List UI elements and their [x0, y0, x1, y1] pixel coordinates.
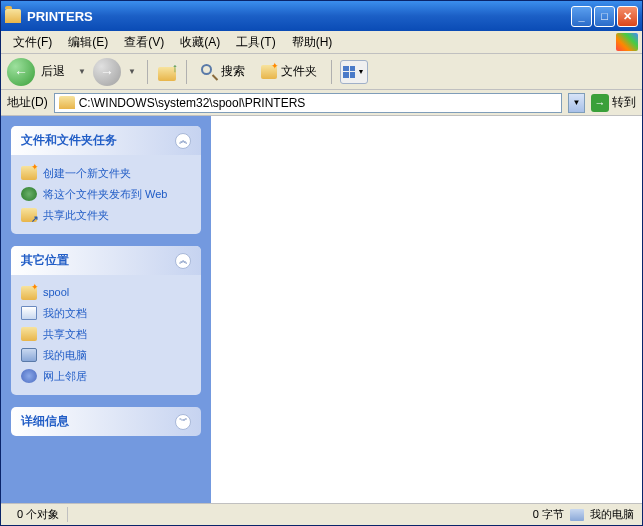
place-label: 我的电脑 [43, 348, 87, 363]
forward-button[interactable]: → [93, 58, 121, 86]
chevron-up-icon[interactable]: ︽ [175, 253, 191, 269]
go-icon: → [591, 94, 609, 112]
window-title: PRINTERS [27, 9, 571, 24]
task-label: 创建一个新文件夹 [43, 166, 131, 181]
menu-help[interactable]: 帮助(H) [284, 32, 341, 53]
forward-dropdown[interactable]: ▼ [125, 67, 139, 76]
task-share-folder[interactable]: 共享此文件夹 [21, 205, 191, 226]
toolbar: ← 后退 ▼ → ▼ ↑ 搜索 文件夹 ▼ [1, 54, 642, 90]
up-button[interactable]: ↑ [156, 61, 178, 83]
folder-icon [59, 96, 75, 109]
panel-body: spool 我的文档 共享文档 我的电脑 [11, 275, 201, 395]
titlebar[interactable]: PRINTERS _ □ ✕ [1, 1, 642, 31]
place-label: 我的文档 [43, 306, 87, 321]
documents-icon [21, 306, 37, 320]
panel-body: 创建一个新文件夹 将这个文件夹发布到 Web 共享此文件夹 [11, 155, 201, 234]
window-controls: _ □ ✕ [571, 6, 638, 27]
task-new-folder[interactable]: 创建一个新文件夹 [21, 163, 191, 184]
sidebar: 文件和文件夹任务 ︽ 创建一个新文件夹 将这个文件夹发布到 Web 共享此文件夹 [1, 116, 211, 503]
panel-other-places: 其它位置 ︽ spool 我的文档 共享文档 [11, 246, 201, 395]
views-icon [343, 66, 355, 78]
menu-view[interactable]: 查看(V) [116, 32, 172, 53]
panel-details: 详细信息 ︾ [11, 407, 201, 436]
share-icon [21, 208, 37, 222]
search-button[interactable]: 搜索 [195, 60, 251, 83]
new-folder-icon [21, 166, 37, 180]
statusbar: 0 个对象 0 字节 我的电脑 [1, 503, 642, 525]
folder-icon [5, 9, 21, 23]
place-my-computer[interactable]: 我的电脑 [21, 345, 191, 366]
address-input[interactable]: C:\WINDOWS\system32\spool\PRINTERS [54, 93, 562, 113]
place-shared-docs[interactable]: 共享文档 [21, 324, 191, 345]
globe-icon [21, 187, 37, 201]
task-label: 共享此文件夹 [43, 208, 109, 223]
panel-file-tasks: 文件和文件夹任务 ︽ 创建一个新文件夹 将这个文件夹发布到 Web 共享此文件夹 [11, 126, 201, 234]
computer-icon [570, 509, 584, 521]
task-publish-web[interactable]: 将这个文件夹发布到 Web [21, 184, 191, 205]
menu-tools[interactable]: 工具(T) [228, 32, 283, 53]
minimize-button[interactable]: _ [571, 6, 592, 27]
divider [186, 60, 187, 84]
go-label: 转到 [612, 94, 636, 111]
maximize-button[interactable]: □ [594, 6, 615, 27]
explorer-window: PRINTERS _ □ ✕ 文件(F) 编辑(E) 查看(V) 收藏(A) 工… [0, 0, 643, 526]
content-area: 文件和文件夹任务 ︽ 创建一个新文件夹 将这个文件夹发布到 Web 共享此文件夹 [1, 116, 642, 503]
back-label: 后退 [41, 63, 65, 80]
search-icon [201, 64, 217, 80]
status-objects: 0 个对象 [9, 507, 68, 522]
addressbar: 地址(D) C:\WINDOWS\system32\spool\PRINTERS… [1, 90, 642, 116]
search-label: 搜索 [221, 63, 245, 80]
menu-favorites[interactable]: 收藏(A) [172, 32, 228, 53]
folders-icon [261, 65, 277, 79]
panel-header[interactable]: 文件和文件夹任务 ︽ [11, 126, 201, 155]
menu-file[interactable]: 文件(F) [5, 32, 60, 53]
panel-title: 其它位置 [21, 252, 69, 269]
panel-title: 文件和文件夹任务 [21, 132, 117, 149]
place-my-documents[interactable]: 我的文档 [21, 303, 191, 324]
divider [331, 60, 332, 84]
status-bytes: 0 字节 [533, 507, 564, 522]
address-label: 地址(D) [7, 94, 48, 111]
windows-flag-icon [616, 33, 638, 51]
place-label: 网上邻居 [43, 369, 87, 384]
chevron-down-icon[interactable]: ︾ [175, 414, 191, 430]
back-button[interactable]: ← [7, 58, 35, 86]
panel-header[interactable]: 详细信息 ︾ [11, 407, 201, 436]
panel-header[interactable]: 其它位置 ︽ [11, 246, 201, 275]
address-dropdown[interactable]: ▼ [568, 93, 585, 113]
folders-button[interactable]: 文件夹 [255, 60, 323, 83]
status-location: 我的电脑 [590, 507, 634, 522]
place-label: spool [43, 286, 69, 298]
address-path: C:\WINDOWS\system32\spool\PRINTERS [79, 96, 306, 110]
computer-icon [21, 348, 37, 362]
back-dropdown[interactable]: ▼ [75, 67, 89, 76]
file-list-area[interactable] [211, 116, 642, 503]
chevron-up-icon[interactable]: ︽ [175, 133, 191, 149]
folder-icon [21, 286, 37, 300]
shared-folder-icon [21, 327, 37, 341]
divider [147, 60, 148, 84]
go-button[interactable]: → 转到 [591, 94, 636, 112]
close-button[interactable]: ✕ [617, 6, 638, 27]
folders-label: 文件夹 [281, 63, 317, 80]
views-button[interactable]: ▼ [340, 60, 368, 84]
menubar: 文件(F) 编辑(E) 查看(V) 收藏(A) 工具(T) 帮助(H) [1, 31, 642, 54]
task-label: 将这个文件夹发布到 Web [43, 187, 167, 202]
place-network[interactable]: 网上邻居 [21, 366, 191, 387]
place-spool[interactable]: spool [21, 283, 191, 303]
place-label: 共享文档 [43, 327, 87, 342]
menu-edit[interactable]: 编辑(E) [60, 32, 116, 53]
network-icon [21, 369, 37, 383]
panel-title: 详细信息 [21, 413, 69, 430]
